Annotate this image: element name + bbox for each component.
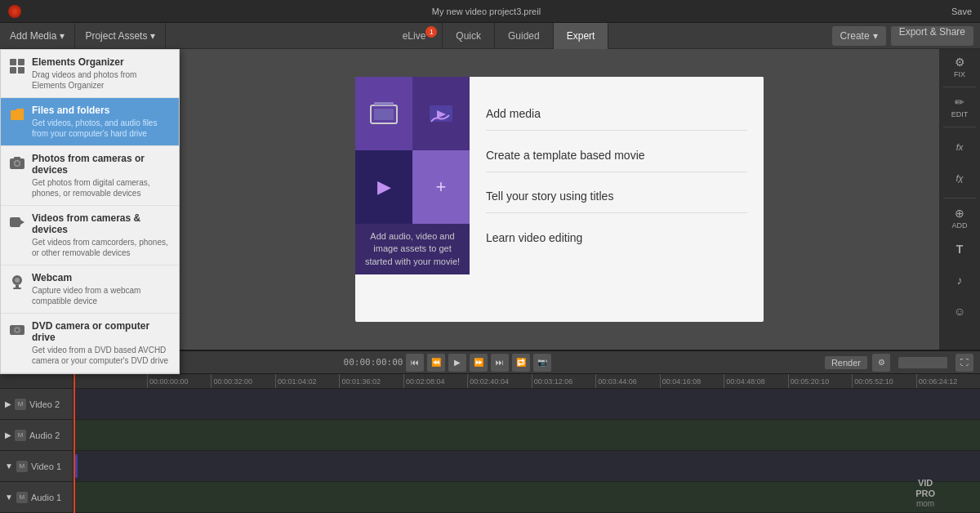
main-toolbar: Add Media Project Assets eLive 1 Quick G… (0, 23, 980, 49)
render-settings-button[interactable]: ⚙ (872, 354, 890, 372)
export-share-button[interactable]: Export & Share (891, 26, 973, 46)
ruler-mark-11: 00:05:52:10 (852, 374, 915, 389)
svg-rect-0 (10, 59, 16, 65)
webcam-icon (9, 274, 25, 290)
play-pause-button[interactable]: ▶ (448, 354, 466, 372)
elive-badge: 1 (425, 26, 437, 38)
svg-point-6 (16, 162, 20, 166)
dropdown-item-videos-cameras[interactable]: Videos from cameras & devices Get videos… (1, 206, 179, 265)
go-start-button[interactable]: ⏮ (406, 354, 424, 372)
dropdown-item-dvd[interactable]: DVD camera or computer drive Get video f… (1, 314, 179, 373)
fx2-button[interactable]: fχ (942, 163, 978, 193)
svg-rect-2 (10, 67, 16, 74)
timeline-zoom-slider[interactable] (898, 357, 947, 368)
add-media-arrow (60, 30, 65, 42)
svg-point-11 (15, 278, 20, 283)
track-audio1: ▼ M Audio 1 (0, 482, 980, 513)
media-thumbnail-3: ▶ (355, 150, 412, 224)
create-button[interactable]: Create (832, 26, 886, 46)
grid-icon (9, 58, 25, 74)
app-icon (8, 5, 21, 18)
track-video2-toggle[interactable]: ▶ (5, 399, 11, 408)
timeline-tracks: ▶ M Video 2 ▶ M Audio 2 ▼ M Video 1 (0, 389, 980, 513)
save-button[interactable]: Save (951, 7, 972, 16)
playhead[interactable] (74, 374, 75, 513)
media-caption: Add audio, video and image assets to get… (355, 224, 470, 274)
create-arrow (873, 30, 878, 42)
text-button[interactable]: T (942, 234, 978, 264)
right-toolbar: ⚙ FIX ✏ EDIT fx fχ ⊕ ADD T ♪ ☺ (939, 49, 980, 350)
tab-elive[interactable]: eLive 1 (390, 23, 443, 49)
dropdown-item-webcam[interactable]: Webcam Capture video from a webcam compa… (1, 265, 179, 314)
track-video1-toggle[interactable]: ▼ (5, 462, 13, 471)
step-forward-button[interactable]: ⏩ (470, 354, 488, 372)
track-audio2: ▶ M Audio 2 (0, 420, 980, 451)
tab-expert[interactable]: Expert (554, 23, 609, 49)
track-video2-header: ▶ M Video 2 (0, 389, 74, 419)
track-video2-mute[interactable]: M (15, 399, 26, 410)
video-icon (9, 214, 25, 230)
svg-rect-7 (14, 157, 20, 159)
track-video2-content (74, 389, 980, 419)
dropdown-item-elements-organizer[interactable]: Elements Organizer Drag videos and photo… (1, 50, 179, 98)
track-audio1-content (74, 482, 980, 512)
snapshot-button[interactable]: 📷 (533, 354, 551, 372)
current-time: 00:00:00:00 (344, 357, 403, 368)
center-area: ▶ + Add audio, video and image assets to… (180, 49, 939, 350)
ruler-mark-8: 00:04:16:08 (660, 374, 724, 389)
add-button[interactable]: ⊕ ADD (942, 203, 978, 233)
svg-point-16 (16, 329, 19, 332)
ruler-mark-3: 00:01:36:02 (339, 374, 403, 389)
add-media-button[interactable]: Add Media (0, 23, 75, 49)
media-thumbnail-1 (355, 77, 412, 150)
render-button[interactable]: Render (825, 356, 867, 369)
card-top: ▶ + Add audio, video and image assets to… (355, 77, 764, 274)
track-audio2-toggle[interactable]: ▶ (5, 430, 11, 439)
project-assets-button[interactable]: Project Assets (75, 23, 166, 49)
ruler-mark-12: 00:06:24:12 (916, 374, 980, 389)
loop-button[interactable]: 🔁 (512, 354, 530, 372)
music-button[interactable]: ♪ (942, 265, 978, 295)
folder-icon (9, 106, 25, 123)
ruler-marks: 00:00:00:00 00:00:32:00 00:01:04:02 00:0… (74, 374, 980, 389)
svg-rect-8 (10, 217, 20, 227)
project-title: My new video project3.preil (432, 7, 541, 16)
title-bar: My new video project3.preil Save (0, 0, 980, 23)
dropdown-item-photos-cameras[interactable]: Photos from cameras or devices Get photo… (1, 146, 179, 206)
option-story-titles[interactable]: Tell your story using titles (486, 180, 747, 213)
card-media: ▶ + Add audio, video and image assets to… (355, 77, 470, 274)
ruler-mark-7: 00:03:44:06 (595, 374, 659, 389)
ruler-mark-6: 00:03:12:06 (532, 374, 595, 389)
track-audio1-toggle[interactable]: ▼ (5, 493, 13, 502)
ruler-mark-2: 00:01:04:02 (275, 374, 339, 389)
option-add-media[interactable]: Add media (486, 97, 747, 131)
track-audio2-mute[interactable]: M (15, 430, 26, 441)
svg-rect-18 (374, 102, 394, 105)
toolbar-divider-2 (943, 127, 976, 127)
option-template-movie[interactable]: Create a template based movie (486, 139, 747, 172)
logo-watermark: VID PRO mom (915, 478, 935, 509)
ruler-mark-5: 00:02:40:04 (467, 374, 531, 389)
tab-guided[interactable]: Guided (495, 23, 554, 49)
smiley-button[interactable]: ☺ (942, 297, 978, 326)
step-back-button[interactable]: ⏪ (427, 354, 445, 372)
option-learn-editing[interactable]: Learn video editing (486, 221, 747, 254)
tab-quick[interactable]: Quick (443, 23, 495, 49)
project-assets-arrow (150, 30, 155, 42)
dropdown-item-files-folders[interactable]: Files and folders Get videos, photos, an… (1, 98, 179, 146)
fx1-button[interactable]: fx (942, 132, 978, 162)
ruler-mark-9: 00:04:48:08 (724, 374, 787, 389)
edit-button[interactable]: ✏ EDIT (942, 92, 978, 122)
fix-button[interactable]: ⚙ FIX (942, 52, 978, 82)
svg-rect-1 (18, 59, 24, 65)
card-options: Add media Create a template based movie … (470, 77, 764, 274)
go-end-button[interactable]: ⏭ (491, 354, 509, 372)
toolbar-divider-1 (943, 87, 976, 87)
track-audio1-mute[interactable]: M (16, 492, 28, 503)
timeline: ▾ Markers ⚙ ↔ 00:00:00:00 ⏮ ⏪ ▶ ⏩ ⏭ 🔁 📷 … (0, 350, 980, 513)
track-video1-mute[interactable]: M (16, 461, 28, 472)
ruler-mark-4: 00:02:08:04 (403, 374, 467, 389)
toolbar-divider-3 (943, 198, 976, 199)
fullscreen-button[interactable]: ⛶ (956, 354, 973, 372)
track-video1-bar (75, 454, 78, 478)
